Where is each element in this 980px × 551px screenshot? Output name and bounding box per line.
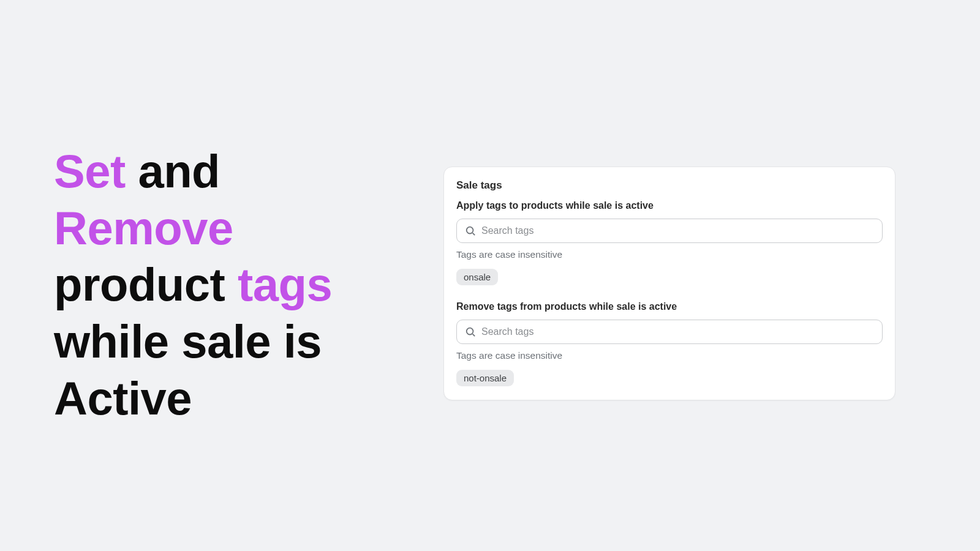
apply-tags-search-input[interactable] (456, 219, 883, 243)
card-title: Sale tags (456, 179, 883, 192)
apply-tags-list: onsale (456, 269, 883, 285)
sale-tags-card: Sale tags Apply tags to products while s… (443, 167, 895, 400)
remove-tags-label: Remove tags from products while sale is … (456, 301, 883, 312)
page-headline: Set and Remove product tags while sale i… (54, 143, 397, 427)
headline-word-set: Set (54, 145, 126, 197)
remove-tags-section: Remove tags from products while sale is … (456, 301, 883, 386)
apply-tags-input-wrap (456, 219, 883, 243)
tag-chip[interactable]: not-onsale (456, 370, 514, 386)
apply-tags-section: Apply tags to products while sale is act… (456, 200, 883, 285)
headline-word-remove: Remove (54, 202, 233, 254)
headline-word-and: and (126, 145, 220, 197)
remove-tags-input-wrap (456, 320, 883, 344)
remove-tags-search-input[interactable] (456, 320, 883, 344)
headline-word-product: product (54, 258, 238, 310)
remove-tags-hint: Tags are case insensitive (456, 350, 883, 361)
apply-tags-label: Apply tags to products while sale is act… (456, 200, 883, 211)
apply-tags-hint: Tags are case insensitive (456, 249, 883, 260)
headline-word-tags: tags (238, 258, 332, 310)
headline-word-rest: while sale is Active (54, 315, 322, 424)
remove-tags-list: not-onsale (456, 370, 883, 386)
tag-chip[interactable]: onsale (456, 269, 498, 285)
